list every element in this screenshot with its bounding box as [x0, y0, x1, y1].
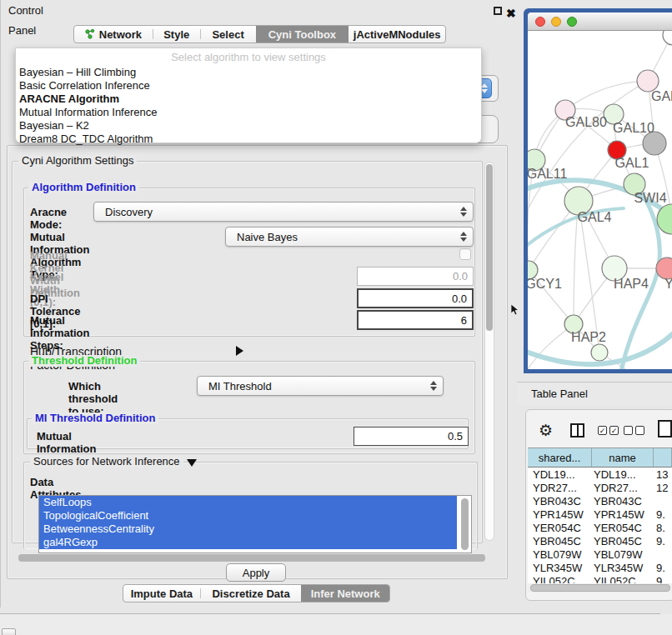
- table-row[interactable]: YPR145WYPR145W9.: [528, 508, 672, 522]
- close-icon[interactable]: ✖: [506, 3, 516, 23]
- mi-threshold-definition-title: MI Threshold Definition: [32, 412, 158, 424]
- new-table-icon[interactable]: [658, 420, 672, 438]
- settings-vertical-scrollbar-thumb[interactable]: [486, 164, 493, 331]
- tab-impute-data[interactable]: Impute Data: [123, 585, 200, 602]
- label-gal10: GAL10: [613, 121, 654, 135]
- data-attributes-list[interactable]: SelfLoops TopologicalCoefficient Between…: [38, 495, 472, 553]
- algorithm-option[interactable]: Dream8 DC_TDC Algorithm: [16, 132, 481, 146]
- label-swi4: SWI4: [634, 191, 666, 205]
- cyni-algorithm-settings-title: Cyni Algorithm Settings: [18, 155, 137, 167]
- label-gal1: GAL1: [615, 156, 649, 170]
- mi-threshold-field[interactable]: 0.5: [354, 427, 469, 446]
- table-row[interactable]: YDR27...YDR27...12: [528, 482, 672, 495]
- manual-kernel-width-checkbox[interactable]: [459, 248, 471, 260]
- bottom-strip: [0, 614, 672, 635]
- network-view-window[interactable]: GAL80 GAL10 GAL1 GAL11 SWI4 GAL4 GCY1 HA…: [524, 8, 672, 373]
- algorithm-option[interactable]: Bayesian – Hill Climbing: [16, 66, 481, 79]
- network-canvas[interactable]: GAL80 GAL10 GAL1 GAL11 SWI4 GAL4 GCY1 HA…: [528, 31, 672, 369]
- table-row[interactable]: YBR045CYBR045C9.: [528, 535, 672, 548]
- list-item[interactable]: SelfLoops: [39, 496, 457, 509]
- bottom-tabbar: Impute Data Discretize Data Infer Networ…: [123, 584, 390, 602]
- node-gray: [643, 132, 666, 155]
- stepper-icon: [430, 381, 437, 391]
- table-row[interactable]: YLR345WYLR345W9.: [528, 562, 672, 575]
- control-panel: Control Panel ✖ Network Style Select Cyn…: [0, 0, 1, 608]
- which-threshold-select[interactable]: MI Threshold: [197, 376, 444, 396]
- gear-icon[interactable]: ⚙: [539, 421, 553, 440]
- network-icon: [85, 29, 95, 39]
- float-window-icon[interactable]: [494, 7, 502, 15]
- algorithm-definition-title: Algorithm Definition: [28, 182, 139, 193]
- algorithm-option[interactable]: Basic Correlation Inference: [16, 79, 481, 92]
- aracne-mode-select[interactable]: Discovery: [93, 202, 474, 222]
- expand-arrow-icon[interactable]: [236, 346, 243, 356]
- column-layout-icon[interactable]: [570, 423, 584, 438]
- algorithm-placeholder: Select algorithm to view settings: [16, 51, 481, 63]
- control-panel-title: Control Panel: [8, 1, 43, 41]
- table-horizontal-scrollbar[interactable]: [528, 583, 672, 592]
- node-bottom-partial: [591, 344, 608, 361]
- table-row[interactable]: YIL052CYIL052C9.: [528, 575, 672, 583]
- algorithm-dropdown-popup: Select algorithm to view settings Bayesi…: [15, 48, 482, 143]
- table-panel-titlebar: Table Panel: [517, 382, 672, 405]
- tab-jactivemnodules[interactable]: jActiveMNodules: [349, 26, 445, 42]
- aracne-mode-label: Aracne Mode:: [30, 206, 67, 231]
- threshold-definition-title: Threshold Definition: [28, 355, 140, 367]
- table-row[interactable]: YDL19...YDL19...13: [528, 468, 672, 482]
- mi-algorithm-type-select[interactable]: Naive Bayes: [225, 227, 474, 247]
- bottom-corner-button[interactable]: [2, 628, 16, 635]
- label-y-partial: Y: [664, 277, 672, 291]
- label-gal-partial: GAL: [651, 89, 672, 103]
- apply-button[interactable]: Apply: [226, 563, 286, 582]
- column-header-name[interactable]: name: [592, 448, 654, 468]
- zoom-traffic-light-icon[interactable]: [567, 17, 577, 27]
- network-window-titlebar[interactable]: [528, 12, 672, 31]
- settings-vertical-scrollbar[interactable]: [484, 162, 494, 541]
- select-all-columns-icon[interactable]: ✓✓: [598, 426, 619, 435]
- algorithm-option-aracne[interactable]: ARACNE Algorithm: [16, 92, 481, 106]
- close-traffic-light-icon[interactable]: [535, 17, 545, 27]
- minimize-traffic-light-icon[interactable]: [551, 17, 561, 27]
- label-hap4: HAP4: [614, 277, 649, 291]
- table-row[interactable]: YER054CYER054C8.: [528, 522, 672, 535]
- dpi-tolerance-field[interactable]: 0.0: [357, 288, 474, 308]
- tab-network[interactable]: Network: [74, 26, 153, 42]
- label-hap2: HAP2: [571, 330, 606, 344]
- table-panel-title: Table Panel: [531, 382, 588, 406]
- mi-steps-field[interactable]: 6: [357, 310, 474, 330]
- list-item[interactable]: BetweennessCentrality: [39, 522, 457, 536]
- tab-infer-network[interactable]: Infer Network: [301, 585, 389, 602]
- collapse-arrow-icon[interactable]: [187, 459, 197, 467]
- deselect-all-columns-icon[interactable]: [624, 426, 644, 435]
- label-gcy1: GCY1: [528, 277, 562, 291]
- control-panel-tabbar: Network Style Select Cyni Toolbox jActiv…: [73, 25, 446, 43]
- algorithm-option[interactable]: Bayesian – K2: [16, 119, 481, 132]
- table-horizontal-scrollbar-thumb[interactable]: [530, 584, 670, 592]
- list-scrollbar-thumb[interactable]: [461, 498, 469, 550]
- label-gal11: GAL11: [528, 167, 567, 181]
- list-item[interactable]: TopologicalCoefficient: [39, 509, 457, 522]
- kernel-width-field[interactable]: 0.0: [357, 267, 474, 286]
- tab-cyni-toolbox[interactable]: Cyni Toolbox: [256, 26, 349, 42]
- table-row[interactable]: YBR043CYBR043C: [528, 495, 672, 508]
- mouse-cursor: [511, 304, 519, 316]
- settings-horizontal-scrollbar[interactable]: [18, 554, 485, 562]
- sources-title: Sources for Network Inference: [30, 456, 183, 468]
- column-header-partial[interactable]: [654, 448, 672, 468]
- column-header-shared[interactable]: shared...: [528, 448, 592, 468]
- tab-select[interactable]: Select: [201, 26, 256, 42]
- table-body[interactable]: YDL19...YDL19...13 YDR27...YDR27...12 YB…: [528, 468, 672, 583]
- algorithm-option[interactable]: Mutual Information Inference: [16, 106, 481, 119]
- stepper-icon: [460, 232, 467, 242]
- label-gal80: GAL80: [565, 115, 607, 129]
- tab-style[interactable]: Style: [153, 26, 200, 42]
- label-gal4: GAL4: [578, 210, 612, 224]
- tab-discretize-data[interactable]: Discretize Data: [201, 585, 302, 602]
- stepper-icon: [460, 207, 467, 217]
- table-row[interactable]: YBL079WYBL079W: [528, 548, 672, 562]
- list-item[interactable]: gal4RGexp: [39, 536, 457, 549]
